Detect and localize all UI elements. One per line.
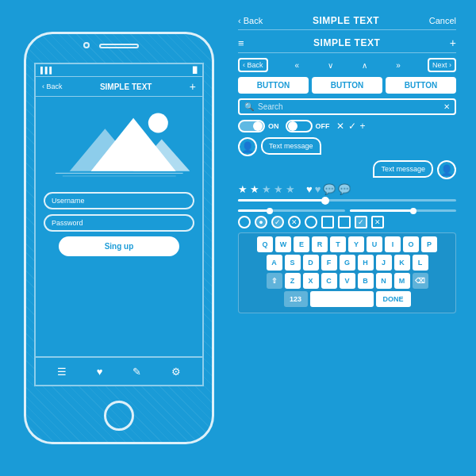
check-icon[interactable]: ✓ — [348, 121, 356, 132]
speech-bubble-2-icon[interactable]: 💬 — [338, 183, 351, 195]
phone-add-button[interactable]: + — [190, 80, 196, 93]
phone-nav-bar: ‹ Back SIMPLE TEXT + — [36, 76, 202, 97]
key-done[interactable]: DONE — [376, 291, 411, 307]
radio-checked[interactable]: ● — [255, 216, 267, 228]
toggle-on[interactable] — [238, 120, 265, 132]
battery-icon: ▉ — [193, 67, 198, 74]
key-u[interactable]: U — [367, 236, 382, 252]
radio-unchecked-1[interactable] — [238, 216, 251, 228]
chevron-up-icon[interactable]: ∧ — [362, 61, 367, 70]
nav-bar-row2: ≡ SIMPLE TEXT + — [238, 33, 456, 53]
key-d[interactable]: D — [303, 255, 319, 271]
star-5[interactable]: ★ — [286, 183, 295, 195]
key-f[interactable]: F — [321, 255, 337, 271]
phone-back-button[interactable]: ‹ Back — [42, 83, 63, 90]
square-checkbox-checked[interactable]: ✓ — [355, 216, 367, 228]
key-l[interactable]: L — [413, 255, 428, 271]
mini-slider-2[interactable] — [350, 205, 457, 212]
double-right-icon[interactable]: » — [396, 61, 401, 70]
star-1[interactable]: ★ — [238, 183, 248, 195]
nav-heart-icon[interactable]: ♥ — [97, 366, 103, 378]
star-2[interactable]: ★ — [250, 183, 259, 195]
key-i[interactable]: I — [385, 236, 401, 252]
key-j[interactable]: J — [376, 255, 392, 271]
key-123[interactable]: 123 — [284, 291, 308, 307]
square-checkbox-x[interactable]: ✕ — [371, 216, 384, 228]
mini-track-1 — [238, 209, 345, 212]
toggle-knob-off — [288, 121, 298, 131]
panel-title-1: SIMPLE TEXT — [313, 15, 379, 26]
key-z[interactable]: Z — [285, 273, 301, 289]
hero-image — [48, 103, 190, 182]
key-x[interactable]: X — [303, 273, 319, 289]
double-left-icon[interactable]: « — [295, 61, 300, 70]
heart-filled[interactable]: ♥ — [306, 183, 313, 195]
button-3[interactable]: BUTTON — [386, 77, 456, 94]
home-button[interactable] — [104, 401, 134, 431]
ui-components-panel: ‹ Back SIMPLE TEXT Cancel ≡ SIMPLE TEXT … — [238, 12, 456, 313]
slider-1[interactable] — [238, 199, 456, 202]
key-n[interactable]: N — [376, 273, 392, 289]
signup-button[interactable]: Sing up — [59, 236, 179, 256]
username-field[interactable]: Username — [44, 192, 194, 209]
star-4[interactable]: ★ — [274, 183, 283, 195]
cross-icon[interactable]: ✕ — [336, 121, 344, 132]
square-checkbox-empty-2[interactable] — [338, 216, 351, 228]
keyboard-row-2: A S D F G H J K L — [242, 255, 452, 271]
mini-thumb-1[interactable] — [267, 208, 273, 214]
panel-back-button[interactable]: ‹ Back — [238, 16, 263, 25]
key-s[interactable]: S — [285, 255, 301, 271]
checkbox-checked-circle[interactable]: ✓ — [271, 216, 284, 228]
key-c[interactable]: C — [321, 273, 337, 289]
checkbox-x[interactable]: ✕ — [288, 216, 301, 228]
key-b[interactable]: B — [358, 273, 374, 289]
slider-track-1 — [238, 199, 456, 202]
nav-menu-icon[interactable]: ☰ — [57, 366, 67, 378]
star-3[interactable]: ★ — [262, 183, 271, 195]
key-space[interactable] — [310, 291, 374, 307]
key-r[interactable]: R — [312, 236, 328, 252]
next-nav-button[interactable]: Next › — [428, 58, 456, 72]
chevron-down-icon[interactable]: ∨ — [328, 61, 333, 70]
password-field[interactable]: Password — [44, 214, 194, 232]
key-shift[interactable]: ⇧ — [267, 273, 282, 289]
mini-slider-1[interactable] — [238, 205, 345, 212]
button-2[interactable]: BUTTON — [312, 77, 382, 94]
panel-cancel-button[interactable]: Cancel — [429, 16, 456, 25]
key-y[interactable]: Y — [348, 236, 364, 252]
radio-unchecked-2[interactable] — [305, 216, 317, 228]
mini-thumb-2[interactable] — [410, 208, 416, 214]
square-checkbox-empty[interactable] — [321, 216, 334, 228]
add-icon[interactable]: + — [360, 121, 366, 132]
key-p[interactable]: P — [421, 236, 437, 252]
speech-bubble-icon[interactable]: 💬 — [323, 183, 336, 195]
key-o[interactable]: O — [403, 236, 419, 252]
chat-row-outgoing: 👤 Text message — [238, 137, 456, 156]
back-nav-button[interactable]: ‹ Back — [238, 58, 268, 72]
heart-empty[interactable]: ♥ — [315, 183, 321, 195]
key-k[interactable]: K — [394, 255, 410, 271]
button-1[interactable]: BUTTON — [238, 77, 309, 94]
avatar-right: 👤 — [437, 160, 456, 179]
key-q[interactable]: Q — [257, 236, 273, 252]
key-a[interactable]: A — [267, 255, 282, 271]
key-backspace[interactable]: ⌫ — [413, 273, 428, 289]
toggle-off[interactable] — [286, 120, 313, 132]
key-v[interactable]: V — [340, 273, 355, 289]
key-e[interactable]: E — [294, 236, 309, 252]
key-t[interactable]: T — [330, 236, 346, 252]
chat-bubble-outgoing: Text message — [261, 137, 321, 155]
nav-settings-icon[interactable]: ⚙ — [171, 366, 181, 378]
search-bar[interactable]: 🔍 Search ✕ — [238, 98, 456, 115]
hamburger-icon[interactable]: ≡ — [238, 37, 244, 49]
panel-plus-button[interactable]: + — [450, 36, 456, 49]
nav-edit-icon[interactable]: ✎ — [132, 366, 141, 378]
search-clear-icon[interactable]: ✕ — [443, 102, 450, 111]
mini-track-2 — [350, 209, 457, 212]
key-w[interactable]: W — [275, 236, 291, 252]
bottom-navigation: ☰ ♥ ✎ ⚙ — [36, 356, 202, 385]
key-h[interactable]: H — [358, 255, 374, 271]
key-m[interactable]: M — [394, 273, 410, 289]
key-g[interactable]: G — [340, 255, 355, 271]
slider-thumb-1[interactable] — [321, 197, 329, 205]
